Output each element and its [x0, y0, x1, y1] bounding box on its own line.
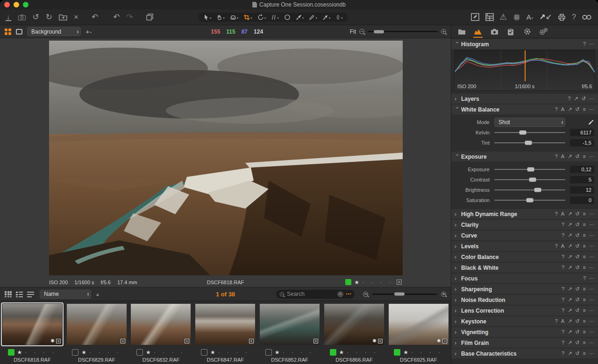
- chevron-right-icon[interactable]: ›: [455, 340, 460, 346]
- panel-section-black-white[interactable]: ›Black & White?↗↺≡⋯: [451, 263, 598, 273]
- chevron-down-icon[interactable]: ›: [454, 107, 461, 112]
- help-icon[interactable]: ?: [562, 287, 564, 292]
- chevron-down-icon[interactable]: ›: [454, 42, 461, 47]
- edit-mode-icon[interactable]: [471, 13, 479, 21]
- viewer-zoom-slider[interactable]: [368, 31, 438, 32]
- chevron-right-icon[interactable]: ›: [455, 275, 460, 282]
- panel-section-color-balance[interactable]: ›Color Balance?↗↺≡⋯: [451, 252, 598, 262]
- copy-adjustments-icon[interactable]: ↗: [568, 233, 572, 238]
- redo-icon[interactable]: ↷: [126, 13, 133, 21]
- reset-icon[interactable]: ↺: [575, 329, 579, 335]
- star-rating-1[interactable]: ★: [146, 349, 151, 356]
- multi-view-icon[interactable]: [5, 28, 11, 35]
- straighten-tool-icon[interactable]: ▾: [271, 14, 279, 21]
- panel-section-vignetting[interactable]: ›Vignetting?↗↺≡⋯: [451, 327, 598, 337]
- help-icon[interactable]: ?: [555, 107, 558, 112]
- color-tag-none[interactable]: [265, 349, 272, 356]
- camera-capture-icon[interactable]: [18, 14, 26, 21]
- chevron-right-icon[interactable]: ›: [455, 329, 460, 336]
- more-icon[interactable]: ⋯: [589, 254, 594, 259]
- kelvin-value[interactable]: 6117: [570, 129, 594, 136]
- spot-removal-tool-icon[interactable]: [284, 14, 291, 21]
- star-rating-1[interactable]: ★: [210, 349, 215, 356]
- copy-adjustments-icon[interactable]: ↗: [568, 287, 572, 292]
- presets-icon[interactable]: ≡: [583, 222, 586, 227]
- help-icon[interactable]: ?: [562, 351, 564, 356]
- loupe-tool-icon[interactable]: ▾: [230, 14, 239, 21]
- help-icon[interactable]: ?: [555, 211, 558, 217]
- presets-icon[interactable]: ≡: [583, 329, 586, 335]
- white-balance-section-header[interactable]: › White Balance ? A ↗ ↺ ≡ ⋯: [451, 105, 598, 114]
- copy-adjustments-icon[interactable]: ↗: [568, 254, 572, 259]
- color-tag-none[interactable]: [72, 349, 78, 356]
- auto-adjust-icon[interactable]: A: [561, 211, 564, 217]
- panel-section-keystone[interactable]: ›Keystone?A↗↺≡⋯: [451, 316, 598, 326]
- help-icon[interactable]: ?: [562, 340, 564, 345]
- reset-icon[interactable]: ↺: [575, 287, 579, 292]
- filmstrip-item[interactable]: ★ · · · · DSCF6832.RAF: [129, 301, 193, 364]
- more-icon[interactable]: ⋯: [589, 287, 594, 292]
- star-rating-dots[interactable]: · · · ·: [362, 279, 394, 286]
- thumbnail-image[interactable]: ✺: [389, 304, 448, 345]
- auto-adjust-icon[interactable]: A: [561, 154, 564, 159]
- crop-tool-icon[interactable]: ▾: [243, 14, 252, 21]
- help-icon[interactable]: ?: [555, 154, 558, 159]
- filmstrip-item[interactable]: ✺ ★ · · · · DSCF6818.RAF: [0, 301, 64, 364]
- panel-section-noise-reduction[interactable]: ›Noise Reduction?↗↺≡⋯: [451, 295, 598, 305]
- thumbnail-image[interactable]: [67, 304, 127, 345]
- copy-adjustments-icon[interactable]: ↗: [568, 265, 572, 270]
- copy-adjustments-icon[interactable]: ↗: [568, 244, 572, 249]
- more-icon[interactable]: ⋯: [589, 319, 594, 324]
- panel-section-levels[interactable]: ›Levels?A↗↺≡⋯: [451, 241, 598, 251]
- help-icon[interactable]: ?: [562, 233, 564, 238]
- star-rating-dots[interactable]: · · · ·: [89, 349, 121, 356]
- clone-variant-icon[interactable]: [146, 14, 154, 21]
- help-icon[interactable]: ?: [555, 244, 558, 249]
- tab-metadata[interactable]: [505, 26, 516, 37]
- saturation-value[interactable]: 0: [570, 196, 594, 204]
- chevron-right-icon[interactable]: ›: [455, 308, 460, 314]
- star-rating-1[interactable]: ★: [339, 349, 344, 356]
- more-icon[interactable]: ⋯: [589, 351, 594, 356]
- undo-icon[interactable]: ↶: [113, 13, 120, 21]
- star-rating-1[interactable]: ★: [403, 349, 408, 356]
- zoom-out-icon[interactable]: [359, 29, 364, 34]
- reset-icon[interactable]: ↺: [575, 211, 579, 217]
- print-icon[interactable]: [558, 14, 566, 21]
- copy-adjustments-icon[interactable]: ↗: [568, 107, 572, 112]
- reset-icon[interactable]: ↺: [575, 254, 579, 259]
- chevron-right-icon[interactable]: ›: [455, 350, 460, 357]
- tab-library[interactable]: [456, 26, 467, 37]
- brightness-slider[interactable]: [494, 189, 565, 190]
- star-rating-1[interactable]: ★: [275, 349, 280, 356]
- exposure-slider[interactable]: [494, 169, 565, 170]
- tab-adjustments[interactable]: [522, 26, 532, 37]
- viewer-image[interactable]: [49, 41, 403, 275]
- tint-slider[interactable]: [494, 142, 565, 143]
- brightness-value[interactable]: 12: [570, 186, 594, 194]
- chevron-right-icon[interactable]: ›: [455, 297, 460, 303]
- contrast-slider[interactable]: [494, 179, 565, 180]
- gradient-mask-tool-icon[interactable]: ▾: [322, 14, 331, 21]
- reset-icon[interactable]: ↺: [575, 107, 579, 112]
- panel-section-high-dynamic-range[interactable]: ›High Dynamic Range?A↗↺≡⋯: [451, 209, 598, 219]
- star-rating-dots[interactable]: · · · ·: [25, 349, 57, 356]
- copy-adjustments-icon[interactable]: ↗: [568, 154, 572, 159]
- panel-section-base-characteristics[interactable]: ›Base Characteristics?↗↺≡⋯: [451, 349, 598, 358]
- chevron-right-icon[interactable]: ›: [455, 254, 460, 260]
- help-icon[interactable]: ?: [568, 96, 570, 101]
- export-icon[interactable]: ↗↙: [539, 14, 552, 21]
- erase-mask-tool-icon[interactable]: ▾: [309, 14, 317, 21]
- star-rating-1[interactable]: ★: [81, 349, 86, 356]
- wb-mode-select[interactable]: Shot ▴▾: [494, 118, 565, 127]
- more-icon[interactable]: ⋯: [589, 233, 594, 238]
- exposure-value[interactable]: 0,12: [570, 166, 594, 173]
- presets-icon[interactable]: ≡: [583, 233, 586, 238]
- presets-icon[interactable]: ≡: [583, 297, 586, 302]
- star-rating-dots[interactable]: · · · ·: [218, 349, 250, 356]
- more-icon[interactable]: ⋯: [589, 154, 594, 159]
- color-tag-none[interactable]: [201, 349, 207, 356]
- filmstrip-item[interactable]: ✺ ★ · · · · DSCF6925.RAF: [386, 301, 451, 364]
- exposure-warning-icon[interactable]: ⚠: [500, 13, 507, 21]
- histogram-section-header[interactable]: › Histogram ? ⋯: [451, 39, 598, 49]
